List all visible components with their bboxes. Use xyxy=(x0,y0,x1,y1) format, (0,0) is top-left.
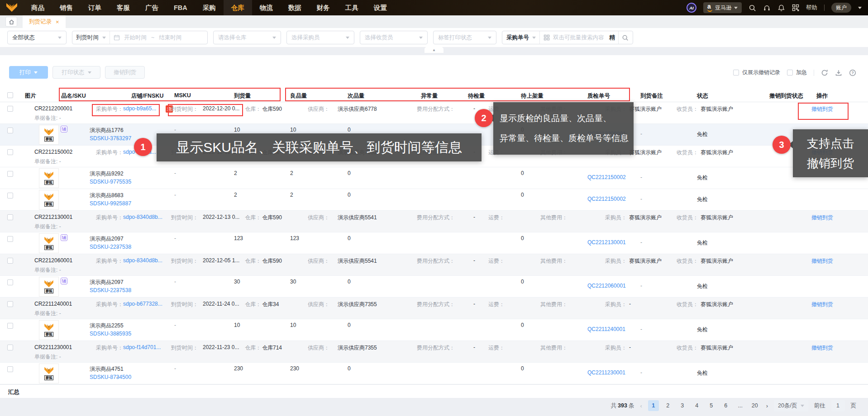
revoke-arrival-link[interactable]: 撤销到货 xyxy=(811,257,833,265)
nav-item-销售[interactable]: 销售 xyxy=(52,0,81,15)
sku-link[interactable]: SDSKU-8734500 xyxy=(90,374,131,380)
tab-arrival-records[interactable]: 到货记录 × xyxy=(23,15,66,28)
sku-link[interactable]: SDSKU-3885935 xyxy=(90,331,131,337)
exact-match-toggle[interactable]: 精 xyxy=(609,33,615,42)
revoke-arrival-link[interactable]: 撤销到货 xyxy=(811,105,833,113)
start-date-input[interactable]: 开始时间 xyxy=(124,34,147,42)
nav-item-FBA[interactable]: FBA xyxy=(166,0,195,15)
po-link[interactable]: sdpo-b677328... xyxy=(123,301,162,307)
nav-item-物流[interactable]: 物流 xyxy=(252,0,281,15)
warehouse-filter-select[interactable]: 请选择仓库 xyxy=(213,31,281,44)
home-tab-button[interactable] xyxy=(5,17,17,27)
buyer-filter-select[interactable]: 选择采购员 xyxy=(286,31,354,44)
row-checkbox[interactable] xyxy=(7,323,13,329)
bell-icon[interactable] xyxy=(777,4,785,12)
sku-link[interactable]: SDSKU-3753297 xyxy=(90,135,131,142)
row-checkbox[interactable] xyxy=(7,106,13,112)
print-button[interactable]: 打印 xyxy=(9,66,48,79)
row-checkbox[interactable] xyxy=(7,193,13,199)
po-link[interactable]: sdpo-b9a65... xyxy=(123,105,156,112)
product-image[interactable]: 赛狐 xyxy=(39,168,59,188)
qc-order-link[interactable]: QC2212150002 xyxy=(587,174,626,180)
search-icon[interactable] xyxy=(749,4,756,12)
sku-link[interactable]: SDSKU-2237538 xyxy=(90,287,131,293)
po-link[interactable]: sdpo-8340d8b... xyxy=(123,214,162,220)
urgent-checkbox[interactable] xyxy=(787,70,793,76)
sku-link[interactable]: SDSKU-9925887 xyxy=(90,200,131,207)
refresh-icon[interactable] xyxy=(821,69,828,76)
revoke-arrival-button[interactable]: 撤销到货 xyxy=(105,66,145,79)
status-filter-select[interactable]: 全部状态 xyxy=(7,31,67,44)
prev-page-button[interactable]: ‹ xyxy=(640,402,642,409)
row-checkbox[interactable] xyxy=(7,279,13,285)
row-checkbox[interactable] xyxy=(7,171,13,177)
revoke-arrival-link[interactable]: 撤销到货 xyxy=(811,344,833,352)
magnifier-icon[interactable] xyxy=(622,34,629,41)
page-number-3[interactable]: 3 xyxy=(677,400,688,411)
nav-item-财务[interactable]: 财务 xyxy=(309,0,338,15)
label-print-filter-select[interactable]: 标签打印状态 xyxy=(433,31,496,44)
product-image[interactable]: 赛狐 xyxy=(39,320,59,340)
sku-link[interactable]: SDSKU-9775535 xyxy=(90,179,131,185)
download-icon[interactable] xyxy=(835,69,842,76)
row-checkbox[interactable] xyxy=(7,236,13,242)
search-input[interactable]: 双击可批量搜索内容 xyxy=(553,34,609,42)
search-type-select[interactable]: 采购单号 xyxy=(506,34,529,42)
nav-item-广告[interactable]: 广告 xyxy=(138,0,166,15)
product-image[interactable]: 赛狐 xyxy=(39,125,59,145)
account-button[interactable]: 账户 xyxy=(831,3,851,13)
print-status-button[interactable]: 打印状态 xyxy=(52,66,100,79)
help-circle-icon[interactable]: ? xyxy=(849,69,856,76)
headset-icon[interactable] xyxy=(763,4,771,12)
page-number-1[interactable]: 1 xyxy=(648,400,659,411)
apps-grid-icon[interactable] xyxy=(792,4,799,11)
date-range-filter[interactable]: 到货时间 开始时间 ~ 结束时间 xyxy=(72,31,208,44)
qc-order-link[interactable]: QC2211230001 xyxy=(587,369,625,376)
nav-item-采购[interactable]: 采购 xyxy=(195,0,224,15)
receiver-filter-select[interactable]: 选择收货员 xyxy=(360,31,428,44)
show-revoked-checkbox[interactable] xyxy=(733,70,739,76)
row-checkbox[interactable] xyxy=(7,214,13,220)
page-number-2[interactable]: 2 xyxy=(663,400,673,411)
product-image[interactable]: 赛狐 xyxy=(39,190,59,210)
nav-item-数据[interactable]: 数据 xyxy=(281,0,309,15)
page-size-select[interactable]: 20条/页 xyxy=(774,400,808,411)
revoke-arrival-link[interactable]: 撤销到货 xyxy=(811,214,833,222)
page-number-4[interactable]: 4 xyxy=(692,400,702,411)
fox-logo-icon[interactable] xyxy=(0,3,24,13)
ai-assistant-badge[interactable]: AI xyxy=(687,3,696,13)
qc-order-link[interactable]: QC2211240001 xyxy=(587,326,625,332)
marketplace-selector[interactable]: a 亚马逊 xyxy=(703,2,742,13)
collapse-filter-toggle[interactable]: ▲ xyxy=(424,47,444,53)
nav-item-设置[interactable]: 设置 xyxy=(366,0,395,15)
goto-page-input[interactable]: 1 xyxy=(831,400,845,411)
help-link[interactable]: 帮助 xyxy=(806,4,817,12)
end-date-input[interactable]: 结束时间 xyxy=(159,34,181,42)
page-number-6[interactable]: 6 xyxy=(720,400,731,411)
row-checkbox[interactable] xyxy=(7,301,13,307)
nav-item-商品[interactable]: 商品 xyxy=(24,0,52,15)
qc-order-link[interactable]: QC2212130001 xyxy=(587,239,626,246)
page-number-20[interactable]: 20 xyxy=(749,400,760,411)
nav-item-客服[interactable]: 客服 xyxy=(109,0,138,15)
next-page-button[interactable]: › xyxy=(766,402,768,409)
row-checkbox[interactable] xyxy=(7,149,13,155)
sku-link[interactable]: SDSKU-2237538 xyxy=(90,244,131,250)
row-checkbox[interactable] xyxy=(7,258,13,264)
po-link[interactable]: sdpo-8340d8b... xyxy=(123,257,162,264)
nav-item-工具[interactable]: 工具 xyxy=(338,0,366,15)
select-all-checkbox[interactable] xyxy=(7,92,13,98)
revoke-arrival-link[interactable]: 撤销到货 xyxy=(811,301,833,308)
qc-order-link[interactable]: QC2212060001 xyxy=(587,283,626,289)
row-checkbox[interactable] xyxy=(7,366,13,372)
nav-item-订单[interactable]: 订单 xyxy=(81,0,109,15)
product-image[interactable]: 赛狐 xyxy=(39,277,59,297)
product-image[interactable]: 赛狐 xyxy=(39,364,59,383)
qc-order-link[interactable]: QC2212150002 xyxy=(587,196,626,202)
product-image[interactable]: 赛狐 xyxy=(39,233,59,253)
close-icon[interactable]: × xyxy=(56,19,59,25)
row-checkbox[interactable] xyxy=(7,345,13,350)
page-number-5[interactable]: 5 xyxy=(706,400,717,411)
row-checkbox[interactable] xyxy=(7,128,13,133)
nav-item-仓库[interactable]: 仓库 xyxy=(224,0,252,15)
